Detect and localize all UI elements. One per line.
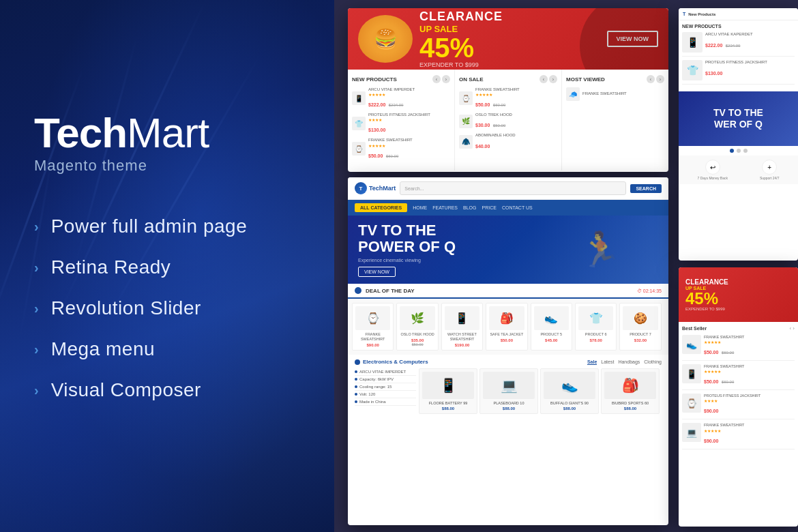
deal-product-price-3: $190.00 <box>445 343 479 347</box>
on-sale-title: On Sale <box>459 76 484 83</box>
rb-prod-name-3: PROTEUS FITNESS JACKSHIRT <box>704 394 795 398</box>
deal-product-img-6: 👕 <box>578 306 613 330</box>
nav-item-features[interactable]: FEATURES <box>432 205 458 210</box>
deal-product-price-6: $78.00 <box>578 338 613 342</box>
mini-product-name-2: PROTEUS FITNESS JACKSHIRT <box>368 113 450 117</box>
most-viewed-info-1: FRANKE SWEATSHIRT <box>582 91 664 96</box>
deal-product-4: 🎒 SAFE TEA JACKET $50.00 <box>486 303 527 351</box>
sidebar-dot-icon-1 <box>355 370 357 373</box>
mini-product-1: 📱 ARCU VITAE IMPERDET ★★★★★ $222.00 $234… <box>352 87 450 109</box>
rt-section-header: New Products <box>682 24 795 29</box>
mini-product-img-3: ⌚ <box>352 142 366 156</box>
deal-product-6: 👕 PRODUCT 6 $78.00 <box>575 303 617 351</box>
on-sale-product-2: 🌿 OSLO TREK HOOD $30.00 $50.00 <box>459 113 557 130</box>
mini-product-info-1: ARCU VITAE IMPERDET ★★★★★ $222.00 $234.0… <box>368 87 450 109</box>
hero-text-block: TV TO THE POWER OF Q Experience cinemati… <box>358 222 456 277</box>
elec-product-4: 🎒 BIUBIRD SPORTS 60 $88.00 <box>601 368 660 414</box>
search-bar[interactable]: Search... <box>400 181 626 195</box>
rt-prod-name-1: ARCU VITAE KAPERDET <box>705 32 795 38</box>
deal-product-name-4: SAFE TEA JACKET <box>489 332 524 337</box>
most-viewed-col: Most Viewed ‹ › 🧢 FRANKE SWEATSHIRT <box>562 70 668 171</box>
deal-product-name-6: PRODUCT 6 <box>578 332 613 337</box>
nav-item-contact[interactable]: CONTACT US <box>502 205 533 210</box>
elec-tab-handbags[interactable]: Handbags <box>618 359 640 365</box>
elec-tab-sale[interactable]: Sale <box>587 359 597 365</box>
mini-product-info-3: FRANKE SWEATSHIRT ★★★★★ $50.00 $60.00 <box>368 138 450 160</box>
elec-prod-price-1: $88.00 <box>422 407 474 411</box>
sidebar-dot-icon-2 <box>355 378 357 381</box>
screenshot-right-top: T New Products New Products 📱 ARCU VITAE… <box>679 8 798 261</box>
features-list: › Power full admin page › Retina Ready ›… <box>34 216 300 420</box>
main-hero-slider: TV TO THE POWER OF Q Experience cinemati… <box>348 216 668 284</box>
rt-title: New Products <box>688 12 715 16</box>
main-nav: ALL CATEGORIES HOME FEATURES BLOG PRICE … <box>348 200 668 216</box>
mini-product-price-2: $130.00 <box>368 128 385 132</box>
hero-image: 🏃 <box>532 216 668 284</box>
hero-title-line1: TV TO THE <box>358 222 456 239</box>
search-placeholder: Search... <box>404 186 424 191</box>
mini-product-price-3: $50.00 <box>368 153 383 158</box>
feature-label-slider: Revolution Slider <box>51 297 201 319</box>
mini-product-info-2: PROTEUS FITNESS JACKSHIRT ★★★★ $130.00 <box>368 113 450 134</box>
next-icon-3[interactable]: › <box>656 75 664 83</box>
prev-icon-3[interactable]: ‹ <box>647 75 655 83</box>
mini-product-old-price-1: $234.00 <box>389 103 404 107</box>
on-sale-name-2: OSLO TREK HOOD <box>475 113 557 117</box>
most-viewed-nav: ‹ › <box>647 75 664 83</box>
next-icon[interactable]: › <box>442 75 450 83</box>
chevron-right-icon-2: › <box>34 260 39 276</box>
next-icon-2[interactable]: › <box>549 75 557 83</box>
slide-dot-1[interactable] <box>730 149 734 153</box>
rb-products: Best Seller ‹ › 👟 FRANKE SWEATSHIRT ★★★★… <box>679 322 798 456</box>
rt-logo: T <box>683 12 685 16</box>
rb-prod-stars-1: ★★★★★ <box>704 340 795 344</box>
elec-tab-latest[interactable]: Latest <box>601 359 614 365</box>
screenshot-collage: 🍔 Clearance UP SALE 45% EXPENDER TO $999… <box>334 0 798 532</box>
elec-tab-clothing[interactable]: Clothing <box>644 359 662 365</box>
nav-item-blog[interactable]: BLOG <box>463 205 476 210</box>
chevron-right-icon-4: › <box>34 342 39 357</box>
on-sale-name-3: ABOMINABLE HOOD <box>475 133 557 138</box>
all-categories-button[interactable]: ALL CATEGORIES <box>355 203 407 212</box>
right-panel: 🍔 Clearance UP SALE 45% EXPENDER TO $999… <box>334 0 798 532</box>
deal-product-5: 👟 PRODUCT 5 $45.00 <box>531 303 572 351</box>
rb-prod-name-4: FRANKE SWEATSHIRT <box>704 423 795 428</box>
elec-prod-img-2: 💻 <box>483 372 535 399</box>
rb-clearance: Clearance <box>685 278 728 286</box>
slide-dot-3[interactable] <box>743 149 748 153</box>
elec-prod-price-2: $88.00 <box>483 407 535 411</box>
deal-product-img-2: 🌿 <box>400 306 434 330</box>
hero-subtitle: Experience cinematic viewing <box>358 258 456 263</box>
elec-prod-name-3: BUFFALO GIANT'S 90 <box>544 401 595 405</box>
mini-product-price-1: $222.00 <box>368 102 385 107</box>
rb-prod-price-1: $50.00 <box>704 350 718 355</box>
elec-prod-img-1: 📱 <box>422 372 474 399</box>
search-button[interactable]: SEARCH <box>630 184 662 193</box>
mini-product-2: 👕 PROTEUS FITNESS JACKSHIRT ★★★★ $130.00 <box>352 113 450 134</box>
prev-icon-2[interactable]: ‹ <box>540 75 548 83</box>
on-sale-price-2: $30.00 <box>475 123 490 128</box>
hero-view-now-button[interactable]: VIEW NOW <box>358 267 396 277</box>
sidebar-dot-icon-5 <box>355 400 357 403</box>
slide-dot-2[interactable] <box>737 149 741 153</box>
deal-product-name-5: PRODUCT 5 <box>534 332 569 337</box>
rb-product-3: ⌚ PROTEUS FITNESS JACKSHIRT ★★★★ $90.00 <box>682 394 795 419</box>
electronics-products-grid: 📱 FLOORE BATTERY 99 $88.00 💻 PLASEBOARD … <box>419 368 662 414</box>
banner-view-now-button[interactable]: VIEW NOW <box>607 31 659 47</box>
nav-item-home[interactable]: HOME <box>413 205 427 210</box>
logo-circle-icon: T <box>355 182 367 194</box>
prev-icon[interactable]: ‹ <box>432 75 441 83</box>
rt-hero-line1: TV TO THE <box>713 107 763 119</box>
rb-prod-info-2: FRANKE SWEATSHIRT ★★★★★ $50.00 $60.00 <box>704 364 795 386</box>
new-products-col: New Products ‹ › 📱 ARCU VITAE IMPERDET ★… <box>348 70 455 171</box>
rb-prod-img-3: ⌚ <box>682 394 701 413</box>
deal-product-name-3: WATCH STREET SWEATSHIRT <box>445 332 479 342</box>
logo-tech: Tech <box>34 109 127 156</box>
deal-timer: ⏱ 02:14:35 <box>637 289 662 293</box>
electronics-sidebar: ARCU VITAE IMPERDET Capacity: 6kW IPV Co… <box>355 368 416 414</box>
deal-section-title: Deal Of The Day <box>366 288 415 294</box>
on-sale-price-3: $40.00 <box>475 144 490 149</box>
new-products-header: New Products ‹ › <box>352 75 450 83</box>
electronics-content: ARCU VITAE IMPERDET Capacity: 6kW IPV Co… <box>355 368 662 414</box>
nav-item-price[interactable]: PRICE <box>482 205 496 210</box>
